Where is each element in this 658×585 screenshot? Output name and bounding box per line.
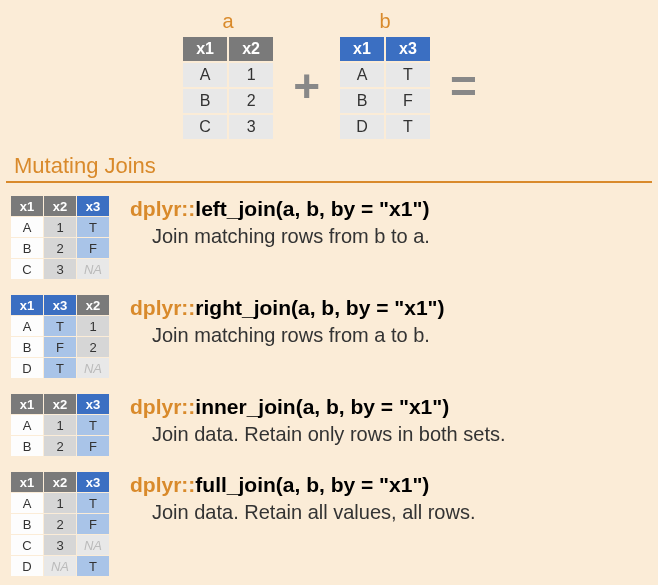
cell: 1 [229,63,273,87]
cell: A [11,415,43,435]
cell: T [77,217,109,237]
join-text: dplyr::right_join(a, b, by = "x1")Join m… [130,294,648,347]
cell: T [386,115,430,139]
cell: NA [77,358,109,378]
cell: F [77,238,109,258]
col-header: x1 [11,472,43,492]
cell: 2 [77,337,109,357]
col-header: x2 [44,472,76,492]
cell: NA [44,556,76,576]
result-table: x1x2x3A1TB2FC3NADNAT [10,471,110,577]
cell: F [44,337,76,357]
cell: B [183,89,227,113]
label-a: a [181,10,275,33]
fn-package: dplyr:: [130,197,195,220]
cell: D [11,556,43,576]
fn-signature: right_join(a, b, by = "x1") [195,296,444,319]
col-header: x2 [77,295,109,315]
fn-description: Join matching rows from a to b. [152,324,648,347]
cell: T [77,493,109,513]
cell: T [44,316,76,336]
fn-package: dplyr:: [130,395,195,418]
header-row: a x1x2A1B2C3 + b x1x3ATBFDT = [0,0,658,147]
fn-description: Join data. Retain only rows in both sets… [152,423,648,446]
cell: B [11,436,43,456]
cell: T [77,415,109,435]
col-header: x3 [77,472,109,492]
result-table: x1x2x3A1TB2FC3NA [10,195,110,280]
cell: A [11,493,43,513]
table-a-wrap: a x1x2A1B2C3 [181,10,275,141]
cell: NA [77,535,109,555]
cell: T [77,556,109,576]
cell: D [340,115,384,139]
col-header: x1 [183,37,227,61]
join-text: dplyr::left_join(a, b, by = "x1")Join ma… [130,195,648,248]
table-a: x1x2A1B2C3 [181,35,275,141]
result-table: x1x3x2AT1BF2DTNA [10,294,110,379]
cell: 3 [44,535,76,555]
cell: A [340,63,384,87]
cell: 3 [44,259,76,279]
fn-signature: full_join(a, b, by = "x1") [195,473,429,496]
cell: C [11,535,43,555]
col-header: x3 [77,196,109,216]
join-row: x1x2x3A1TB2Fdplyr::inner_join(a, b, by =… [0,389,658,467]
cell: 2 [44,514,76,534]
col-header: x2 [44,394,76,414]
cell: C [183,115,227,139]
cell: D [11,358,43,378]
joins-container: x1x2x3A1TB2FC3NAdplyr::left_join(a, b, b… [0,191,658,585]
cell: B [11,337,43,357]
cell: T [44,358,76,378]
col-header: x2 [44,196,76,216]
join-row: x1x2x3A1TB2FC3NAdplyr::left_join(a, b, b… [0,191,658,290]
cell: 2 [44,238,76,258]
cell: F [77,514,109,534]
result-table: x1x2x3A1TB2F [10,393,110,457]
fn-description: Join matching rows from b to a. [152,225,648,248]
cell: 2 [44,436,76,456]
cell: 1 [44,493,76,513]
cell: B [11,238,43,258]
table-b: x1x3ATBFDT [338,35,432,141]
cell: 2 [229,89,273,113]
col-header: x2 [229,37,273,61]
cell: C [11,259,43,279]
col-header: x3 [77,394,109,414]
label-b: b [338,10,432,33]
join-text: dplyr::full_join(a, b, by = "x1")Join da… [130,471,648,524]
fn-package: dplyr:: [130,473,195,496]
cell: A [11,316,43,336]
join-row: x1x2x3A1TB2FC3NADNATdplyr::full_join(a, … [0,467,658,585]
section-title: Mutating Joins [6,149,652,183]
cell: B [340,89,384,113]
cell: NA [77,259,109,279]
plus-icon: + [293,43,320,109]
col-header: x3 [386,37,430,61]
col-header: x1 [11,295,43,315]
fn-package: dplyr:: [130,296,195,319]
col-header: x3 [44,295,76,315]
col-header: x1 [340,37,384,61]
fn-signature: left_join(a, b, by = "x1") [195,197,429,220]
cell: 1 [77,316,109,336]
cell: A [183,63,227,87]
table-b-wrap: b x1x3ATBFDT [338,10,432,141]
col-header: x1 [11,394,43,414]
cell: F [77,436,109,456]
join-row: x1x3x2AT1BF2DTNAdplyr::right_join(a, b, … [0,290,658,389]
col-header: x1 [11,196,43,216]
cell: A [11,217,43,237]
cell: 1 [44,415,76,435]
join-text: dplyr::inner_join(a, b, by = "x1")Join d… [130,393,648,446]
fn-signature: inner_join(a, b, by = "x1") [195,395,449,418]
equals-icon: = [450,43,477,109]
fn-description: Join data. Retain all values, all rows. [152,501,648,524]
cell: T [386,63,430,87]
cell: B [11,514,43,534]
cell: F [386,89,430,113]
cell: 3 [229,115,273,139]
cell: 1 [44,217,76,237]
